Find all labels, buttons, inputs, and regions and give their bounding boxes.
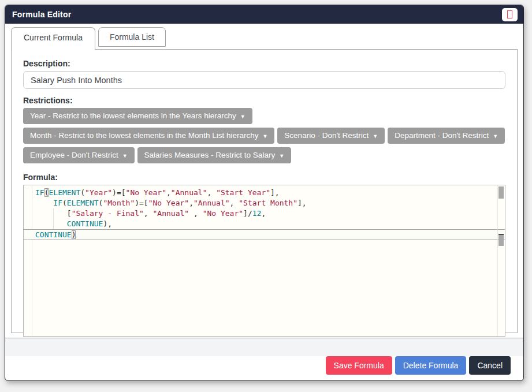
- code-token: CONTINUE: [35, 230, 72, 239]
- caret-down-icon: ▼: [262, 133, 267, 139]
- code-token: ,: [261, 209, 266, 218]
- restriction-dropdown-label: Month - Restrict to the lowest elements …: [30, 131, 258, 140]
- code-token: )=[: [135, 199, 148, 207]
- restriction-dropdown[interactable]: Salaries Measures - Restrict to Salary▼: [137, 147, 292, 163]
- restriction-dropdown-label: Scenario - Don't Restrict: [284, 131, 369, 140]
- code-token: ],: [270, 188, 280, 197]
- code-token: "Start Month": [239, 199, 297, 207]
- code-token: 12: [252, 209, 262, 218]
- restriction-dropdown[interactable]: Department - Don't Restrict▼: [388, 128, 505, 144]
- code-token: ,: [207, 188, 216, 197]
- caret-down-icon: ▼: [493, 133, 498, 139]
- code-token: "No Year": [203, 209, 243, 218]
- dialog-header: Formula Editor: [5, 5, 523, 24]
- code-token: ): [72, 230, 76, 239]
- tab-formula-list[interactable]: Formula List: [98, 27, 166, 47]
- code-token: (: [62, 199, 67, 207]
- code-token: CONTINUE: [67, 219, 103, 228]
- cursor-position-marker: [498, 234, 504, 246]
- code-token: "Start Year": [216, 188, 270, 197]
- restriction-dropdown[interactable]: Year - Restrict to the lowest elements i…: [23, 108, 252, 124]
- code-token: "Month": [103, 199, 135, 207]
- code-token: "No Year": [148, 199, 189, 207]
- restrictions-label: Restrictions:: [23, 96, 505, 105]
- restriction-dropdown[interactable]: Scenario - Don't Restrict▼: [277, 128, 385, 144]
- restriction-dropdown-label: Salaries Measures - Restrict to Salary: [144, 151, 276, 159]
- code-token: "No Year": [126, 188, 166, 197]
- code-token: ELEMENT: [49, 188, 80, 197]
- caret-down-icon: ▼: [373, 133, 378, 139]
- code-token: ,: [230, 199, 239, 207]
- restriction-dropdowns: Year - Restrict to the lowest elements i…: [23, 108, 505, 163]
- scrollbar-thumb[interactable]: [498, 186, 504, 199]
- restriction-dropdown-label: Year - Restrict to the lowest elements i…: [30, 111, 236, 120]
- editor-scrollbar[interactable]: [497, 185, 505, 336]
- formula-code: IF(ELEMENT("Year")=["No Year","Annual", …: [24, 185, 505, 240]
- code-token: [: [67, 209, 72, 218]
- code-token: ,: [166, 188, 171, 197]
- code-line[interactable]: CONTINUE): [24, 229, 505, 240]
- indent-guide: [53, 208, 54, 229]
- tab-bar: Current Formula Formula List: [11, 27, 523, 49]
- code-token: ,: [144, 209, 153, 218]
- code-token: )=[: [112, 188, 125, 197]
- formula-editor-dialog: Formula Editor Current Formula Formula L…: [5, 5, 524, 381]
- description-input[interactable]: [23, 71, 505, 89]
- code-token: "Salary - Final": [72, 209, 144, 218]
- caret-down-icon: ▼: [279, 153, 284, 159]
- restriction-dropdown[interactable]: Employee - Don't Restrict▼: [23, 147, 135, 163]
- close-button[interactable]: [502, 8, 518, 21]
- code-line[interactable]: ["Salary - Final", "Annual" , "No Year"]…: [24, 208, 505, 219]
- code-token: "Annual": [194, 199, 230, 207]
- code-token: (: [80, 188, 85, 197]
- restriction-dropdown[interactable]: Month - Restrict to the lowest elements …: [23, 128, 274, 144]
- tab-current-formula[interactable]: Current Formula: [11, 27, 95, 50]
- tab-panel: Description: Restrictions: Year - Restri…: [11, 49, 518, 333]
- code-token: "Annual": [153, 209, 189, 218]
- code-token: IF: [35, 188, 44, 197]
- code-token: "Annual": [171, 188, 207, 197]
- footer-spacer: [5, 338, 523, 356]
- code-line[interactable]: IF(ELEMENT("Month")=["No Year","Annual",…: [24, 198, 505, 208]
- code-token: ,: [189, 199, 194, 207]
- save-formula-button[interactable]: Save Formula: [326, 356, 392, 375]
- restriction-dropdown-label: Department - Don't Restrict: [395, 131, 489, 140]
- caret-down-icon: ▼: [240, 114, 245, 120]
- code-token: "Year": [85, 188, 112, 197]
- code-token: IF: [53, 199, 62, 207]
- formula-editor[interactable]: IF(ELEMENT("Year")=["No Year","Annual", …: [23, 185, 505, 337]
- code-token: ),: [103, 219, 112, 228]
- cancel-button[interactable]: Cancel: [469, 356, 511, 375]
- close-icon: [507, 10, 512, 18]
- code-token: ]/: [243, 209, 252, 218]
- formula-label: Formula:: [23, 173, 505, 182]
- code-token: ELEMENT: [67, 199, 99, 207]
- restriction-dropdown-label: Employee - Don't Restrict: [30, 151, 118, 159]
- code-line[interactable]: CONTINUE),: [24, 219, 505, 229]
- code-token: ,: [189, 209, 202, 218]
- delete-formula-button[interactable]: Delete Formula: [395, 356, 467, 375]
- caret-down-icon: ▼: [122, 153, 128, 159]
- dialog-title: Formula Editor: [12, 10, 71, 19]
- code-line[interactable]: IF(ELEMENT("Year")=["No Year","Annual", …: [24, 188, 505, 198]
- description-label: Description:: [23, 59, 505, 68]
- code-token: ],: [297, 199, 307, 207]
- dialog-footer: Save Formula Delete Formula Cancel: [5, 356, 523, 380]
